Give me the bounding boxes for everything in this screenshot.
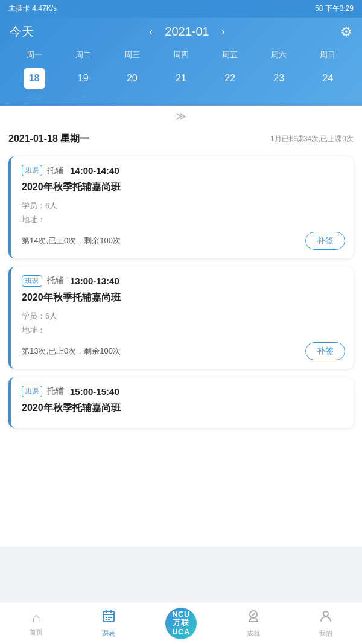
- tag-badge: 班课: [22, 165, 42, 176]
- week-label: 周六: [255, 48, 303, 62]
- nav-item-home[interactable]: ⌂ 首页: [0, 610, 72, 637]
- date-number: 22: [219, 68, 241, 89]
- next-month-button[interactable]: ›: [218, 24, 229, 39]
- card-type: 托辅: [47, 165, 64, 176]
- schedule-icon: [101, 609, 116, 627]
- week-label: 周日: [303, 48, 352, 62]
- date-dots: .......: [25, 91, 42, 98]
- date-cell-18[interactable]: 18.......: [10, 65, 59, 101]
- card-bottom-row: 第13次,已上0次，剩余100次补签: [22, 342, 345, 360]
- home-icon: ⌂: [32, 610, 40, 626]
- nav-item-schedule[interactable]: 课表: [72, 609, 145, 638]
- header-top: 今天 ‹ 2021-01 › ⚙: [10, 24, 352, 40]
- nav-label-achievement: 成就: [247, 629, 260, 638]
- card-type: 托辅: [47, 386, 64, 397]
- card-top-row: 班课托辅14:00-14:40: [22, 165, 345, 176]
- date-cell-20[interactable]: 20: [107, 65, 156, 101]
- svg-rect-6: [110, 617, 112, 618]
- card-title: 2020年秋季托辅嘉尚班: [22, 292, 345, 304]
- sign-button-1[interactable]: 补签: [305, 342, 345, 360]
- nav-label-schedule: 课表: [102, 629, 115, 638]
- date-number: 24: [317, 68, 338, 89]
- svg-rect-5: [108, 617, 110, 618]
- status-left-text: 未插卡 4.47K/s: [8, 4, 57, 14]
- svg-rect-4: [106, 617, 107, 618]
- status-left: 未插卡 4.47K/s: [8, 4, 57, 14]
- today-button[interactable]: 今天: [10, 24, 34, 40]
- date-cell-22[interactable]: 22: [206, 65, 255, 101]
- week-labels: 周一周二周三周四周五周六周日: [10, 48, 352, 62]
- class-card-1[interactable]: 班课托辅13:00-13:402020年秋季托辅嘉尚班学员：6人地址：第13次,…: [8, 267, 354, 369]
- card-top-row: 班课托辅13:00-13:40: [22, 275, 345, 287]
- month-label: 2021-01: [165, 25, 209, 39]
- card-title: 2020年秋季托辅嘉尚班: [22, 402, 345, 415]
- date-number: 20: [121, 68, 143, 89]
- card-progress: 第13次,已上0次，剩余100次: [22, 346, 121, 357]
- date-number: 23: [268, 68, 290, 89]
- class-card-0[interactable]: 班课托辅14:00-14:402020年秋季托辅嘉尚班学员：6人地址：第14次,…: [8, 156, 354, 258]
- nav-item-center[interactable]: NCU万联UCA: [145, 608, 217, 639]
- settings-button[interactable]: ⚙: [340, 24, 352, 40]
- card-top-row: 班课托辅15:00-15:40: [22, 386, 345, 397]
- date-row: 18.......19...2021222324: [10, 65, 352, 106]
- tag-badge: 班课: [22, 386, 42, 397]
- nav-item-mine[interactable]: 我的: [290, 609, 362, 638]
- day-stats: 1月已排课34次,已上课0次: [270, 134, 354, 144]
- main-content: 2021-01-18 星期一 1月已排课34次,已上课0次 班课托辅14:00-…: [0, 124, 362, 547]
- status-right: 58 下午3:29: [315, 4, 354, 14]
- date-cell-19[interactable]: 19...: [59, 65, 107, 101]
- week-label: 周三: [107, 48, 156, 62]
- week-label: 周四: [156, 48, 205, 62]
- week-label: 周五: [206, 48, 255, 62]
- date-cell-24[interactable]: 24: [303, 65, 352, 101]
- sign-button-0[interactable]: 补签: [305, 232, 345, 250]
- nav-label-home: 首页: [30, 628, 43, 637]
- svg-rect-8: [108, 619, 110, 620]
- month-nav: ‹ 2021-01 ›: [145, 24, 228, 39]
- header: 今天 ‹ 2021-01 › ⚙ 周一周二周三周四周五周六周日 18......…: [0, 18, 362, 106]
- achievement-icon: [246, 609, 261, 627]
- nav-item-achievement[interactable]: 成就: [217, 609, 290, 638]
- collapse-handle[interactable]: ≫: [0, 106, 362, 124]
- card-time: 15:00-15:40: [70, 386, 119, 397]
- date-number: 19: [72, 68, 94, 89]
- chevron-down-icon: ≫: [176, 110, 186, 122]
- day-header: 2021-01-18 星期一 1月已排课34次,已上课0次: [8, 130, 354, 148]
- status-bar: 未插卡 4.47K/s 58 下午3:29: [0, 0, 362, 18]
- card-time: 14:00-14:40: [70, 165, 119, 176]
- card-title: 2020年秋季托辅嘉尚班: [22, 181, 345, 194]
- date-number: 18: [24, 68, 45, 89]
- date-dots: ...: [80, 91, 87, 98]
- mine-icon: [319, 609, 333, 627]
- date-cell-23[interactable]: 23: [255, 65, 303, 101]
- day-title: 2021-01-18 星期一: [8, 133, 89, 145]
- card-meta: 学员：6人地址：: [22, 199, 345, 227]
- svg-point-10: [323, 611, 328, 616]
- class-card-2[interactable]: 班课托辅15:00-15:402020年秋季托辅嘉尚班: [8, 377, 354, 428]
- card-type: 托辅: [47, 275, 64, 286]
- nav-label-mine: 我的: [319, 629, 332, 638]
- date-cell-21[interactable]: 21: [156, 65, 205, 101]
- prev-month-button[interactable]: ‹: [145, 24, 156, 39]
- week-label: 周二: [59, 48, 107, 62]
- week-label: 周一: [10, 48, 59, 62]
- svg-rect-7: [106, 619, 107, 620]
- status-right-text: 58 下午3:29: [315, 4, 354, 14]
- center-nav-button[interactable]: NCU万联UCA: [165, 608, 197, 639]
- card-bottom-row: 第14次,已上0次，剩余100次补签: [22, 232, 345, 250]
- date-number: 21: [170, 68, 192, 89]
- card-time: 13:00-13:40: [70, 276, 119, 286]
- card-meta: 学员：6人地址：: [22, 309, 345, 337]
- card-progress: 第14次,已上0次，剩余100次: [22, 235, 121, 246]
- tag-badge: 班课: [22, 275, 42, 287]
- bottom-nav: ⌂ 首页 课表 NCU万联UCA: [0, 602, 362, 644]
- class-cards-container: 班课托辅14:00-14:402020年秋季托辅嘉尚班学员：6人地址：第14次,…: [8, 156, 354, 428]
